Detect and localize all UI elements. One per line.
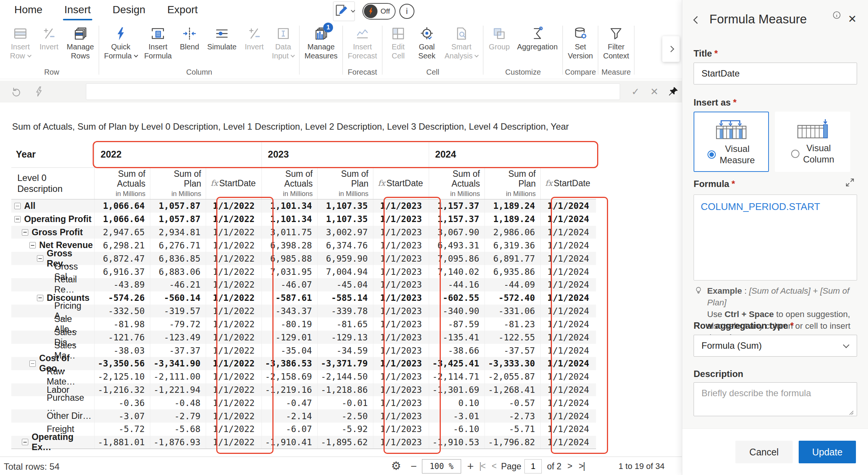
first-page-icon[interactable]: |< xyxy=(479,461,485,471)
ribbon-button-invert[interactable]: Invert xyxy=(35,23,63,51)
next-page-icon[interactable]: > xyxy=(567,461,572,471)
collapse-icon[interactable] xyxy=(37,255,43,262)
row-label-cell[interactable]: All xyxy=(11,199,94,213)
cancel-x-icon[interactable]: ✕ xyxy=(647,84,662,99)
column-header-sum-of-actuals-2024[interactable]: Sum of Actualsin Millions xyxy=(429,168,484,199)
collapse-icon[interactable] xyxy=(22,229,28,236)
column-header-sum-of-actuals-2022[interactable]: Sum of Actualsin Millions xyxy=(94,168,150,199)
panel-close-icon[interactable]: ✕ xyxy=(848,13,857,25)
radio-selected-icon[interactable] xyxy=(708,150,716,159)
year-header-2023[interactable]: 2023 xyxy=(261,141,429,167)
value-cell: 3,002.97 xyxy=(317,226,373,239)
ribbon-button-edit-cell[interactable]: EditCell xyxy=(384,23,412,60)
ribbon-button-manage-measures[interactable]: 1ManageMeasures xyxy=(301,23,341,60)
ribbon-button-quick-formula[interactable]: QuickFormula xyxy=(101,23,140,60)
column-header-startdate-2023[interactable]: fxStartDate xyxy=(373,168,429,199)
value-cell: 1,107.35 xyxy=(317,213,373,226)
ribbon-button-blend[interactable]: Blend xyxy=(176,23,203,51)
description-field[interactable] xyxy=(694,382,857,416)
ribbon-button-filter-context[interactable]: FilterContext xyxy=(600,23,632,60)
update-button[interactable]: Update xyxy=(799,441,856,463)
collapse-icon[interactable] xyxy=(29,242,36,248)
collapse-icon[interactable] xyxy=(14,216,21,222)
ribbon-button-set-version[interactable]: SetVersion xyxy=(565,23,596,60)
collapse-icon[interactable] xyxy=(14,203,21,209)
row-label-cell[interactable]: Operating Ex… xyxy=(11,436,94,449)
info-icon[interactable]: i xyxy=(399,4,414,19)
ribbon-button-insert-row[interactable]: InsertRow xyxy=(6,23,34,60)
ribbon-expand-button[interactable] xyxy=(662,36,680,62)
date-cell: 1/1/2024 xyxy=(540,331,596,344)
value-cell: -2,144.50 xyxy=(317,370,373,383)
year-header-2024[interactable]: 2024 xyxy=(429,141,596,167)
ribbon-button-insert-formula[interactable]: InsertFormula xyxy=(141,23,175,60)
prev-page-icon[interactable]: < xyxy=(492,461,496,471)
zoom-level[interactable]: 100 % xyxy=(422,459,461,473)
collapse-icon[interactable] xyxy=(37,295,43,301)
row-label-cell[interactable]: Purchase … xyxy=(11,396,94,409)
date-cell: 1/1/2023 xyxy=(373,344,429,357)
row-aggregation-select[interactable]: Formula (Sum) xyxy=(694,335,857,357)
tab-insert[interactable]: Insert xyxy=(64,4,91,20)
panel-info-icon[interactable] xyxy=(832,11,841,20)
ribbon-button-simulate[interactable]: Simulate xyxy=(204,23,240,51)
ribbon-button-label: Insert xyxy=(353,42,372,51)
edit-mode-button[interactable] xyxy=(333,2,355,21)
cancel-button[interactable]: Cancel xyxy=(735,441,793,463)
collapse-icon[interactable] xyxy=(29,360,36,367)
formula-editor[interactable]: COLUMN_PERIOD.START xyxy=(694,195,857,280)
ribbon-button-manage-rows[interactable]: ManageRows xyxy=(64,23,97,60)
settings-gear-icon[interactable]: ⚙ xyxy=(391,459,401,472)
zoom-out-button[interactable]: − xyxy=(411,460,417,472)
set-version-icon xyxy=(572,25,589,42)
last-page-icon[interactable]: >| xyxy=(579,461,584,471)
ribbon-button-label: Insert xyxy=(148,42,167,51)
radio-unselected-icon[interactable] xyxy=(791,150,799,158)
column-header-sum-of-plan-2022[interactable]: Sum of Planin Millions xyxy=(150,168,206,199)
flash-formula-icon[interactable] xyxy=(32,85,45,98)
ribbon-group-label: Cell xyxy=(426,68,439,77)
row-label-cell[interactable]: Gross Profit xyxy=(11,226,94,239)
page-number-input[interactable] xyxy=(524,459,542,473)
row-label-cell[interactable]: Other Dir… xyxy=(11,409,94,423)
date-cell: 1/1/2022 xyxy=(206,291,261,305)
undo-icon[interactable] xyxy=(10,85,23,98)
year-header-2022[interactable]: 2022 xyxy=(94,141,261,167)
chevron-down-icon xyxy=(843,342,850,348)
expand-editor-icon[interactable] xyxy=(845,177,855,189)
row-label-cell[interactable]: Operating Profit xyxy=(11,213,94,226)
column-header-startdate-2024[interactable]: fxStartDate xyxy=(540,168,596,199)
row-dimension-header[interactable]: Level 0 Description xyxy=(11,168,94,199)
collapse-icon[interactable] xyxy=(22,439,28,445)
back-chevron-icon[interactable] xyxy=(691,14,702,26)
formula-bar-input[interactable] xyxy=(86,83,620,100)
row-aggregation-label: Row aggregation type* xyxy=(694,320,794,331)
tab-home[interactable]: Home xyxy=(14,4,43,20)
row-range-label: 1 to 19 of 34 xyxy=(619,461,665,471)
option-visual-measure[interactable]: Visual Measure xyxy=(694,112,769,172)
title-field[interactable] xyxy=(694,63,857,84)
live-toggle[interactable]: Off xyxy=(362,3,396,20)
pin-icon[interactable] xyxy=(666,84,680,99)
ribbon-button-group[interactable]: Group xyxy=(485,23,513,51)
row-label-cell[interactable]: Retail Re… xyxy=(11,278,94,291)
zoom-in-button[interactable]: + xyxy=(467,460,474,473)
ribbon-button-aggregation[interactable]: Aggregation xyxy=(514,23,561,51)
row-label-cell[interactable]: Raw Mate… xyxy=(11,370,94,383)
value-cell: 6,319.36 xyxy=(484,239,540,252)
ribbon-button-smart-analysis[interactable]: SmartAnalysis xyxy=(442,23,481,60)
column-header-sum-of-plan-2024[interactable]: Sum of Planin Millions xyxy=(484,168,540,199)
column-header-sum-of-plan-2023[interactable]: Sum of Planin Millions xyxy=(317,168,373,199)
ribbon-button-insert-forecast[interactable]: InsertForecast xyxy=(345,23,380,60)
value-cell: 6,493.31 xyxy=(429,239,484,252)
ribbon-button-goal-seek[interactable]: GoalSeek xyxy=(413,23,441,60)
column-header-startdate-2022[interactable]: fxStartDate xyxy=(206,168,261,199)
tab-export[interactable]: Export xyxy=(167,4,198,20)
tab-design[interactable]: Design xyxy=(113,4,145,20)
column-header-sum-of-actuals-2023[interactable]: Sum of Actualsin Millions xyxy=(261,168,317,199)
option-visual-column[interactable]: Visual Column xyxy=(775,112,850,172)
ribbon-button-data-input[interactable]: DataInput xyxy=(269,23,297,60)
ribbon-button-invert[interactable]: Invert xyxy=(240,23,268,51)
value-cell: -3,333.30 xyxy=(484,357,540,370)
commit-check-icon[interactable]: ✓ xyxy=(628,84,643,99)
